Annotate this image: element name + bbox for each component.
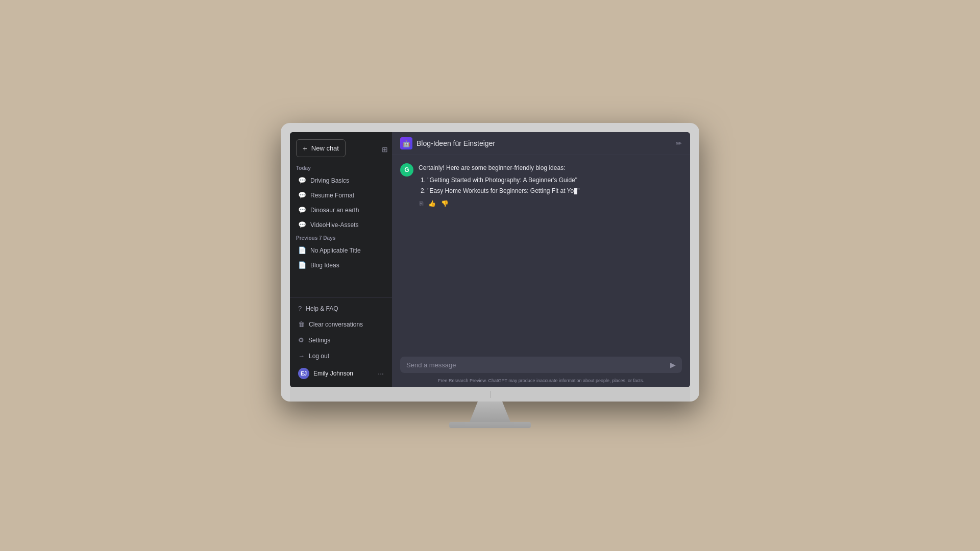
sidebar-item-driving-basics[interactable]: 💬 Driving Basics [292, 173, 390, 188]
sidebar-item-blog-ideas[interactable]: 📄 Blog Ideas [292, 258, 390, 272]
list-item: 2. "Easy Home Workouts for Beginners: Ge… [421, 186, 682, 196]
today-label: Today [290, 162, 392, 173]
more-options-icon[interactable]: ··· [378, 369, 384, 378]
logout-icon: → [298, 352, 305, 360]
messages-container: G Certainly! Here are some beginner-frie… [392, 155, 690, 352]
avatar: EJ [298, 368, 309, 379]
bottom-item-label: Help & FAQ [306, 305, 338, 312]
previous-label: Previous 7 Days [290, 232, 392, 243]
send-button[interactable]: ▶ [670, 361, 676, 369]
copy-button[interactable]: ⎘ [419, 199, 424, 208]
message-actions: ⎘ 👍 👎 [419, 199, 682, 208]
main-content: 🤖 Blog-Ideen für Einsteiger ✏ G Certainl… [392, 132, 690, 387]
bot-icon: 🤖 [400, 137, 412, 149]
input-box: ▶ [400, 357, 682, 373]
app: + New chat ⊞ Today 💬 Driving Basics 💬 Re… [290, 132, 690, 387]
message-row: G Certainly! Here are some beginner-frie… [400, 163, 682, 208]
chat-icon: 💬 [298, 191, 306, 199]
chat-icon: 💬 [298, 221, 306, 229]
thumbs-up-button[interactable]: 👍 [427, 199, 437, 208]
message-text: Certainly! Here are some beginner-friend… [419, 163, 682, 172]
logout-item[interactable]: → Log out [292, 348, 390, 364]
sidebar-item-label: Dinosaur an earth [310, 207, 359, 214]
typing-cursor [574, 188, 577, 194]
doc-icon: 📄 [298, 246, 306, 254]
chat-icon: 💬 [298, 177, 306, 184]
disclaimer-text: Free Research Preview. ChatGPT may produ… [392, 376, 690, 387]
avatar-initials: EJ [301, 371, 307, 377]
bottom-item-label: Settings [308, 337, 330, 344]
sidebar-item-videohive[interactable]: 💬 VideoHive-Assets [292, 217, 390, 232]
sidebar-item-label: Driving Basics [310, 177, 349, 184]
bottom-item-label: Clear conversations [309, 321, 363, 328]
doc-icon: 📄 [298, 261, 306, 269]
monitor-base [449, 422, 531, 428]
sidebar-item-resume-format[interactable]: 💬 Resume Format [292, 188, 390, 203]
chat-icon: 💬 [298, 206, 306, 214]
gear-icon: ⚙ [298, 336, 304, 344]
header-left: 🤖 Blog-Ideen für Einsteiger [400, 137, 495, 149]
monitor-container: + New chat ⊞ Today 💬 Driving Basics 💬 Re… [281, 123, 699, 428]
monitor-stand [470, 402, 510, 422]
monitor-chin [290, 387, 690, 402]
username: Emily Johnson [313, 370, 374, 377]
monitor: + New chat ⊞ Today 💬 Driving Basics 💬 Re… [281, 123, 699, 402]
help-icon: ? [298, 305, 302, 312]
edit-icon[interactable]: ✏ [676, 139, 682, 147]
message-content: Certainly! Here are some beginner-friend… [419, 163, 682, 208]
sidebar-bottom: ? Help & FAQ 🗑 Clear conversations ⚙ Set… [290, 297, 392, 383]
sidebar-item-label: Resume Format [310, 192, 354, 199]
bottom-item-label: Log out [309, 353, 329, 360]
chat-header: 🤖 Blog-Ideen für Einsteiger ✏ [392, 132, 690, 155]
trash-icon: 🗑 [298, 320, 305, 328]
sidebar-item-dinosaur[interactable]: 💬 Dinosaur an earth [292, 203, 390, 217]
sidebar-item-no-title[interactable]: 📄 No Applicable Title [292, 243, 390, 258]
screen: + New chat ⊞ Today 💬 Driving Basics 💬 Re… [290, 132, 690, 387]
user-profile-row[interactable]: EJ Emily Johnson ··· [292, 364, 390, 383]
plus-icon: + [303, 144, 307, 153]
sidebar-item-label: No Applicable Title [310, 247, 361, 254]
chat-title: Blog-Ideen für Einsteiger [416, 139, 495, 147]
sidebar: + New chat ⊞ Today 💬 Driving Basics 💬 Re… [290, 132, 392, 387]
input-area: ▶ [392, 352, 690, 376]
message-input[interactable] [406, 361, 666, 369]
layout-icon[interactable]: ⊞ [380, 143, 390, 156]
new-chat-label: New chat [311, 144, 339, 152]
sidebar-item-label: Blog Ideas [310, 262, 339, 269]
sidebar-item-label: VideoHive-Assets [310, 221, 359, 229]
clear-conversations-item[interactable]: 🗑 Clear conversations [292, 316, 390, 332]
list-item: 1. "Getting Started with Photography: A … [421, 176, 682, 185]
thumbs-down-button[interactable]: 👎 [440, 199, 450, 208]
chin-line [490, 391, 491, 398]
help-faq-item[interactable]: ? Help & FAQ [292, 300, 390, 316]
bot-avatar: G [400, 163, 413, 177]
settings-item[interactable]: ⚙ Settings [292, 332, 390, 348]
new-chat-button[interactable]: + New chat [296, 139, 346, 157]
message-list: 1. "Getting Started with Photography: A … [419, 176, 682, 196]
